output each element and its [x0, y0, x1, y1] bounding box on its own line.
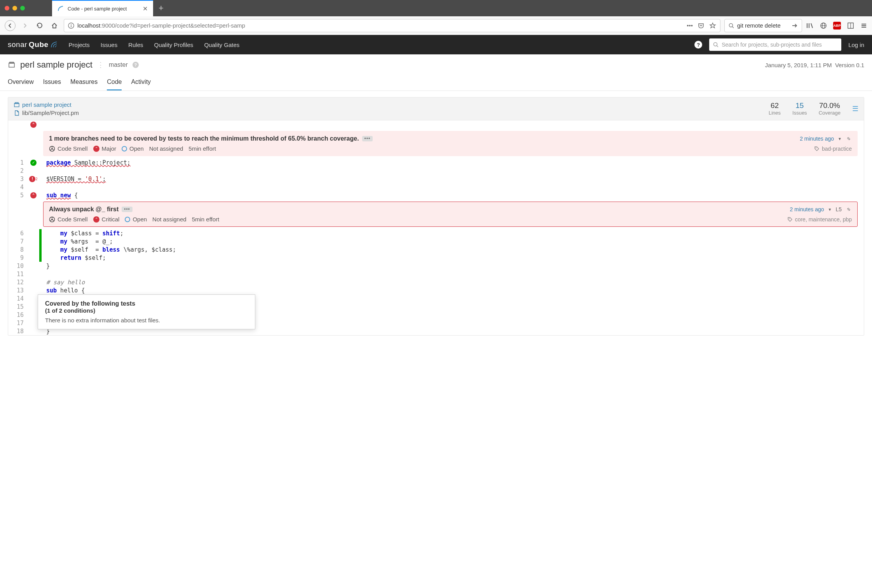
- issue-assignee[interactable]: Not assigned: [152, 216, 187, 223]
- svg-point-23: [51, 148, 53, 150]
- bookmark-star-icon[interactable]: [709, 22, 716, 29]
- home-button[interactable]: [49, 20, 60, 31]
- branch-name[interactable]: master: [109, 61, 128, 68]
- code-line: 9 return $self;: [8, 254, 864, 262]
- issue-box-unpack[interactable]: Always unpack @_ first ••• 2 minutes ago…: [43, 202, 858, 227]
- svg-line-26: [53, 149, 54, 150]
- nav-projects[interactable]: Projects: [69, 42, 90, 48]
- permalink-icon[interactable]: [846, 136, 852, 142]
- issue-status[interactable]: Open: [122, 145, 144, 152]
- pocket-icon[interactable]: [698, 22, 705, 29]
- svg-rect-2: [71, 25, 72, 27]
- issue-severity[interactable]: ⌃Critical: [93, 216, 120, 223]
- permalink-icon[interactable]: [846, 206, 852, 212]
- issue-age[interactable]: 2 minutes ago: [790, 206, 824, 212]
- issue-type[interactable]: Code Smell: [49, 216, 88, 223]
- project-icon: [14, 102, 20, 108]
- branch-help-icon[interactable]: ?: [133, 62, 139, 68]
- caret-down-icon[interactable]: ▼: [838, 137, 842, 141]
- page-actions-icon[interactable]: •••: [687, 22, 693, 29]
- svg-point-27: [816, 148, 816, 148]
- code-smell-icon: [49, 216, 55, 223]
- stat-lines: 62 Lines: [769, 101, 781, 116]
- toolbar-extensions: ABP: [806, 22, 867, 30]
- severity-major-icon: ⌃: [93, 146, 99, 152]
- nav-issues[interactable]: Issues: [101, 42, 117, 48]
- issue-box-coverage[interactable]: 1 more branches need to be covered by te…: [43, 131, 858, 156]
- issue-line-ref: L5: [835, 206, 842, 212]
- search-icon: [729, 23, 734, 28]
- issue-tags[interactable]: core, maintenance, pbp: [787, 216, 852, 223]
- code-line: 13sub hello {: [8, 286, 864, 294]
- project-icon: [8, 61, 16, 69]
- caret-down-icon[interactable]: ▼: [828, 207, 832, 212]
- library-icon[interactable]: [806, 22, 814, 29]
- svg-line-4: [732, 26, 734, 28]
- sonarqube-logo[interactable]: sonarQube: [8, 40, 58, 49]
- issue-type[interactable]: Code Smell: [49, 145, 88, 152]
- browser-toolbar: localhost:9000/code?id=perl-sample-proje…: [0, 16, 872, 35]
- nav-rules[interactable]: Rules: [128, 42, 143, 48]
- minimize-window-button[interactable]: [12, 6, 17, 10]
- info-icon: [68, 23, 74, 29]
- file-icon: [14, 110, 20, 116]
- nav-quality-profiles[interactable]: Quality Profiles: [154, 42, 194, 48]
- adblock-icon[interactable]: ABP: [833, 22, 841, 30]
- tag-icon: [787, 217, 793, 222]
- back-button[interactable]: [5, 20, 16, 31]
- issue-status[interactable]: Open: [125, 216, 147, 223]
- ok-marker-icon[interactable]: ✓: [30, 160, 37, 166]
- tooltip-subtitle: (1 of 2 conditions): [45, 307, 248, 314]
- sonarqube-header: sonarQube Projects Issues Rules Quality …: [0, 35, 872, 54]
- issue-tags[interactable]: bad-practice: [814, 146, 852, 152]
- reader-icon[interactable]: [847, 22, 854, 29]
- coverage-tooltip: Covered by the following tests (1 of 2 c…: [38, 294, 255, 329]
- globe-icon[interactable]: [820, 22, 827, 29]
- forward-button[interactable]: [19, 20, 30, 31]
- tab-issues[interactable]: Issues: [43, 75, 61, 90]
- issue-effort: 5min effort: [192, 216, 220, 223]
- new-tab-button[interactable]: +: [159, 3, 164, 13]
- issue-effort: 5min effort: [188, 145, 216, 152]
- go-arrow-icon[interactable]: [792, 23, 798, 29]
- issue-marker-icon[interactable]: ⌃: [30, 192, 37, 198]
- tab-measures[interactable]: Measures: [70, 75, 98, 90]
- collapse-up-icon[interactable]: ⌃: [30, 122, 37, 128]
- close-window-button[interactable]: [5, 6, 9, 10]
- error-marker-icon[interactable]: !: [29, 176, 35, 182]
- stat-issues[interactable]: 15 Issues: [792, 101, 807, 116]
- tab-activity[interactable]: Activity: [131, 75, 151, 90]
- view-options-icon[interactable]: ☰: [852, 104, 858, 113]
- svg-line-25: [50, 149, 51, 150]
- browser-tab[interactable]: Code - perl sample project ✕: [52, 0, 153, 16]
- status-open-icon: [125, 217, 130, 222]
- issue-severity[interactable]: ⌃Major: [93, 145, 117, 152]
- code-panel: perl sample project lib/Sample/Project.p…: [8, 97, 864, 336]
- tab-overview[interactable]: Overview: [8, 75, 34, 90]
- menu-icon[interactable]: [860, 22, 867, 29]
- global-search-input[interactable]: Search for projects, sub-projects and fi…: [709, 38, 841, 51]
- issue-more-icon[interactable]: •••: [362, 136, 373, 141]
- tab-code[interactable]: Code: [107, 75, 122, 90]
- issue-assignee[interactable]: Not assigned: [149, 145, 183, 152]
- close-tab-icon[interactable]: ✕: [143, 5, 148, 12]
- nav-quality-gates[interactable]: Quality Gates: [204, 42, 239, 48]
- help-icon[interactable]: ?: [694, 41, 702, 49]
- breadcrumb-project[interactable]: perl sample project: [14, 101, 79, 108]
- browser-search-bar[interactable]: git remote delete: [724, 19, 802, 32]
- sonarqube-wave-icon: [50, 41, 58, 49]
- search-icon: [713, 42, 719, 47]
- issue-more-icon[interactable]: •••: [122, 207, 133, 212]
- address-bar[interactable]: localhost:9000/code?id=perl-sample-proje…: [64, 19, 720, 32]
- stat-coverage: 70.0% Coverage: [819, 101, 841, 116]
- svg-line-7: [811, 23, 813, 28]
- code-line: 12# say hello: [8, 278, 864, 286]
- code-line: 6 my $class = shift;: [8, 229, 864, 237]
- reload-button[interactable]: [34, 20, 45, 31]
- issue-age[interactable]: 2 minutes ago: [800, 136, 834, 142]
- maximize-window-button[interactable]: [20, 6, 25, 10]
- project-header: perl sample project ⋮ master ? January 5…: [0, 54, 872, 91]
- project-name: perl sample project: [20, 60, 92, 70]
- svg-point-3: [729, 23, 733, 27]
- login-link[interactable]: Log in: [848, 42, 864, 48]
